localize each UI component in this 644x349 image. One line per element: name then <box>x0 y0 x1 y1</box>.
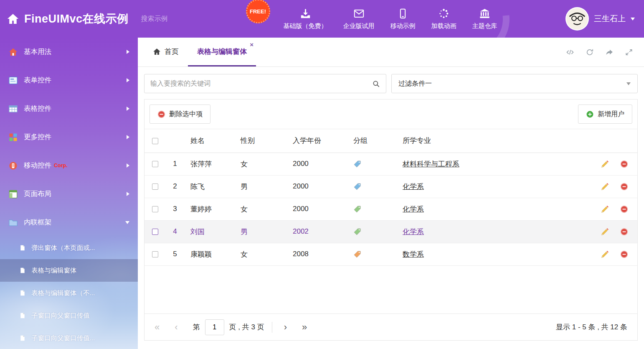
sidebar-item-label: 页面布局 <box>24 189 51 199</box>
sidebar-item[interactable]: 移动控件Corp. <box>0 151 138 180</box>
data-grid: 姓名性别入学年份分组所学专业 1张萍萍女2000材料科学与工程系2陈飞男2000… <box>145 129 637 266</box>
cell-name: 刘国 <box>185 220 235 243</box>
tag-icon <box>353 160 361 168</box>
sidebar-item[interactable]: 基本用法 <box>0 38 138 66</box>
close-icon[interactable]: × <box>250 41 254 48</box>
folder-icon <box>8 218 18 227</box>
pager-divider <box>272 322 272 333</box>
tag-icon <box>353 250 361 258</box>
major-link[interactable]: 材料科学与工程系 <box>403 160 459 168</box>
record-summary: 显示 1 - 5 条 , 共 12 条 <box>556 322 627 332</box>
header-search-input[interactable] <box>141 15 228 23</box>
table-row[interactable]: 5康颖颖女2008数学系 <box>145 243 637 265</box>
edit-icon[interactable] <box>601 182 609 191</box>
delete-icon[interactable] <box>620 183 628 191</box>
sidebar-subitem[interactable]: 弹出窗体（本页面或... <box>0 237 138 259</box>
sidebar-subitem[interactable]: 表格与编辑窗体（不... <box>0 282 138 304</box>
chevron-right-icon <box>127 135 129 139</box>
cell-year: 2008 <box>287 243 347 265</box>
sidebar-item[interactable]: 内联框架 <box>0 208 138 237</box>
refresh-icon[interactable] <box>586 48 594 56</box>
header-search <box>141 15 227 23</box>
file-icon <box>19 290 26 296</box>
expand-icon[interactable] <box>625 48 633 56</box>
row-checkbox[interactable] <box>152 229 158 235</box>
table-row[interactable]: 2陈飞男2000化学系 <box>145 175 637 198</box>
keyword-search <box>144 74 386 93</box>
major-link[interactable]: 化学系 <box>403 205 424 213</box>
topnav-item[interactable]: 主题仓库 <box>472 8 497 30</box>
row-checkbox[interactable] <box>152 206 158 212</box>
topnav-item[interactable]: 加载动画 <box>431 8 456 30</box>
column-header[interactable]: 分组 <box>347 129 397 153</box>
keyword-input[interactable] <box>150 80 372 87</box>
row-checkbox[interactable] <box>152 161 158 167</box>
page-number-input[interactable] <box>205 319 224 335</box>
table-row[interactable]: 1张萍萍女2000材料科学与工程系 <box>145 153 637 175</box>
file-icon <box>19 245 26 251</box>
edit-icon[interactable] <box>601 250 609 259</box>
row-index: 3 <box>165 198 185 220</box>
mail-icon <box>353 8 365 19</box>
sidebar-item[interactable]: 页面布局 <box>0 180 138 208</box>
major-link[interactable]: 数学系 <box>403 250 424 258</box>
topnav-item[interactable]: 基础版（免费） <box>284 8 327 30</box>
delete-selected-button[interactable]: 删除选中项 <box>150 104 210 124</box>
code-icon[interactable] <box>566 48 574 56</box>
prev-page-button[interactable]: ‹ <box>175 323 177 332</box>
corp-badge: Corp. <box>54 163 68 168</box>
last-page-button[interactable]: » <box>302 323 307 332</box>
grid-header-row: 姓名性别入学年份分组所学专业 <box>145 129 637 153</box>
delete-icon[interactable] <box>620 250 628 258</box>
caret-down-icon <box>626 82 631 85</box>
sidebar-subitem[interactable]: 表格与编辑窗体 <box>0 259 138 282</box>
chevron-right-icon <box>127 50 129 54</box>
major-link[interactable]: 化学系 <box>403 183 424 191</box>
header-nav: 基础版（免费）企业版试用移动示例加载动画主题仓库 <box>284 8 497 30</box>
filter-dropdown-value: 过滤条件一 <box>398 79 432 88</box>
cell-gender: 女 <box>235 243 287 265</box>
column-header[interactable]: 所学专业 <box>397 129 587 153</box>
delete-icon[interactable] <box>620 205 628 213</box>
delete-icon[interactable] <box>620 160 628 168</box>
sidebar-item[interactable]: 表格控件 <box>0 94 138 123</box>
chevron-right-icon <box>127 107 129 111</box>
home-red-icon <box>8 47 18 57</box>
home-icon <box>153 48 161 56</box>
sidebar-item[interactable]: 表单控件 <box>0 66 138 94</box>
topnav-item[interactable]: 企业版试用 <box>343 8 375 30</box>
filter-dropdown[interactable]: 过滤条件一 <box>391 74 638 93</box>
app-title: FineUIMvc在线示例 <box>24 11 129 26</box>
user-menu[interactable]: 三生石上 <box>565 7 644 31</box>
column-header[interactable]: 入学年份 <box>287 129 347 153</box>
edit-icon[interactable] <box>601 160 609 168</box>
column-header[interactable]: 姓名 <box>185 129 235 153</box>
sidebar-subitem[interactable]: 子窗口向父窗口传值 <box>0 304 138 327</box>
table-row[interactable]: 4刘国男2002化学系 <box>145 220 637 243</box>
cell-gender: 男 <box>235 220 287 243</box>
select-all-checkbox[interactable] <box>152 138 158 144</box>
delete-icon[interactable] <box>620 228 628 236</box>
next-page-button[interactable]: › <box>284 323 287 332</box>
grid-toolbar: 删除选中项 新增用户 <box>145 99 637 129</box>
main-panel: 首页 表格与编辑窗体 × 过滤条件一 <box>138 38 644 349</box>
cell-year: 2002 <box>287 220 347 243</box>
edit-icon[interactable] <box>601 205 609 214</box>
share-icon[interactable] <box>605 48 614 56</box>
sidebar-item[interactable]: 更多控件 <box>0 123 138 151</box>
major-link[interactable]: 化学系 <box>403 228 424 236</box>
row-checkbox[interactable] <box>152 251 158 257</box>
free-badge: FREE! <box>246 0 270 23</box>
table-row[interactable]: 3董婷婷女2000化学系 <box>145 198 637 220</box>
sidebar-subitem[interactable]: 子窗口向父窗口传值... <box>0 327 138 349</box>
first-page-button[interactable]: « <box>155 323 160 332</box>
edit-icon[interactable] <box>601 227 609 236</box>
row-checkbox[interactable] <box>152 183 158 190</box>
column-header[interactable]: 性别 <box>235 129 287 153</box>
topnav-item[interactable]: 移动示例 <box>390 8 416 30</box>
brand[interactable]: FineUIMvc在线示例 <box>0 11 129 26</box>
tab-home[interactable]: 首页 <box>144 38 188 66</box>
search-icon[interactable] <box>372 80 380 88</box>
add-user-button[interactable]: 新增用户 <box>578 104 632 124</box>
tab-grid-edit-window[interactable]: 表格与编辑窗体 × <box>188 38 256 66</box>
